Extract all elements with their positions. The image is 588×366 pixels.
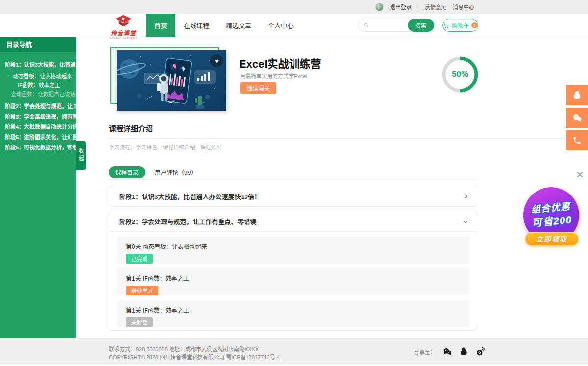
cart-button[interactable]: 购物车 1 bbox=[442, 19, 478, 32]
weibo-share-icon[interactable] bbox=[475, 346, 486, 357]
course-subtitle: 用最简单实用的方式学Excel bbox=[240, 72, 307, 80]
footer-copyright: COPYRIGHT© 2020 四川传音课堂科技有限公司 蜀ICP备170177… bbox=[109, 353, 280, 361]
sidebar-section-5[interactable]: 阶段5：进阶图表美化，让汇报一... bbox=[5, 133, 72, 141]
logo-subtitle: CHUANYINKETANG bbox=[107, 37, 140, 39]
cart-count-badge: 1 bbox=[471, 22, 478, 28]
qq-contact-button[interactable] bbox=[566, 85, 588, 105]
stage-2-accordion: 阶段2：学会处理与规范，让工作有重点、零错误 第0关 动态看板：让表格动起来 已… bbox=[109, 211, 477, 331]
message-center-link[interactable]: 消息中心 bbox=[453, 3, 474, 11]
share-label: 分享至： bbox=[414, 348, 436, 356]
sidebar-title: 目录导航 bbox=[0, 37, 76, 52]
lesson-row[interactable]: 第1关 IF函数：效率之王 继续学习 bbox=[117, 268, 469, 295]
promo-line-2: 可省200 bbox=[531, 213, 572, 229]
continue-course-button[interactable]: 继续闯关 bbox=[240, 82, 276, 94]
nav-item-articles[interactable]: 精选文章 bbox=[218, 14, 260, 37]
check-icon bbox=[7, 73, 9, 78]
wechat-share-icon[interactable] bbox=[442, 347, 452, 357]
feedback-link[interactable]: 反馈意见 bbox=[425, 3, 446, 11]
status-badge-continue[interactable]: 继续学习 bbox=[126, 286, 158, 295]
logout-link[interactable]: 退出登录 bbox=[390, 3, 412, 11]
qq-share-icon[interactable] bbox=[459, 347, 468, 356]
phone-contact-button[interactable] bbox=[566, 130, 588, 150]
chevron-right-icon bbox=[87, 135, 91, 139]
sidebar-lesson-if[interactable]: IF函数：效率之王 bbox=[5, 81, 72, 89]
site-logo[interactable]: 传音课堂 CHUANYINKETANG bbox=[107, 15, 140, 39]
cart-label: 购物车 bbox=[451, 21, 469, 29]
sidebar-section-3[interactable]: 阶段3：学会高级透视，拥有同时... bbox=[5, 112, 72, 120]
sidebar-lesson-dashboard[interactable]: 动态看板：让表格动起来 bbox=[5, 72, 72, 80]
cart-icon bbox=[443, 22, 449, 28]
tab-user-comments[interactable]: 用户评论（99） bbox=[155, 168, 196, 176]
footer: 联系方式：028-0000000 地址：成都市武侯区槐树店南路XXXX COPY… bbox=[0, 338, 588, 364]
detail-heading: 课程详细介绍 bbox=[109, 123, 153, 133]
topbar: 退出登录 反馈意见 消息中心 bbox=[0, 0, 588, 14]
topbar-divider bbox=[418, 4, 418, 10]
qq-icon bbox=[572, 90, 582, 100]
sidebar-section-2[interactable]: 阶段2：学会处理与规范，让工作... bbox=[5, 102, 72, 110]
sidebar-lesson-lookup[interactable]: 查询函数：让数据自己说话 bbox=[5, 90, 72, 98]
search-icon bbox=[363, 22, 369, 28]
detail-description: 学习流程、学习特色、课程详细介绍、课程须知 bbox=[109, 143, 222, 151]
logo-title: 传音课堂 bbox=[107, 28, 140, 37]
wechat-icon bbox=[572, 113, 583, 123]
lesson-row[interactable]: 第0关 动态看板：让表格动起来 已完成 bbox=[117, 237, 469, 264]
divider bbox=[109, 138, 581, 139]
stage-2-header[interactable]: 阶段2：学会处理与规范，让工作有重点、零错误 bbox=[109, 211, 477, 232]
nav-item-home[interactable]: 首页 bbox=[146, 14, 175, 37]
nav-item-courses[interactable]: 在线课程 bbox=[175, 14, 218, 37]
chevron-down-icon bbox=[85, 62, 89, 66]
chevron-right-icon bbox=[87, 104, 91, 108]
phone-icon bbox=[572, 136, 582, 145]
wechat-contact-button[interactable] bbox=[566, 108, 588, 128]
promo-claim-button[interactable]: 立即领取 bbox=[525, 232, 578, 245]
search-input[interactable] bbox=[369, 22, 408, 29]
footer-contact: 联系方式：028-0000000 地址：成都市武侯区槐树店南路XXXX bbox=[109, 345, 259, 353]
stage-1-accordion[interactable]: 阶段1：认识3大技能，比普通人办公速度快10倍！ bbox=[109, 186, 477, 207]
chevron-right-icon bbox=[87, 145, 91, 149]
lesson-row[interactable]: 第1关 IF函数：效率之王 未解锁 bbox=[117, 300, 469, 327]
avatar[interactable] bbox=[375, 3, 384, 11]
contact-floaters bbox=[566, 85, 588, 150]
favorite-button[interactable]: ♥ bbox=[210, 54, 223, 67]
heart-icon: ♥ bbox=[215, 57, 219, 65]
status-badge-completed[interactable]: 已完成 bbox=[126, 254, 153, 264]
chevron-right-icon bbox=[87, 114, 91, 118]
divider bbox=[109, 179, 478, 180]
main-nav: 传音课堂 CHUANYINKETANG 首页 在线课程 精选文章 个人中心 搜索… bbox=[0, 14, 588, 37]
search-button[interactable]: 搜索 bbox=[408, 19, 434, 32]
chevron-right-icon bbox=[87, 124, 91, 128]
tab-course-catalog[interactable]: 课程目录 bbox=[109, 166, 145, 178]
chevron-right-icon bbox=[464, 194, 467, 198]
course-progress-ring: 50% bbox=[441, 55, 480, 94]
logo-icon bbox=[113, 21, 134, 29]
sidebar-section-4[interactable]: 阶段4：大批数据自动统计分析，... bbox=[5, 122, 72, 130]
progress-percent: 50% bbox=[441, 55, 480, 94]
search-box: 搜索 bbox=[358, 19, 434, 32]
chevron-down-icon bbox=[464, 219, 467, 223]
close-icon: ✕ bbox=[576, 170, 584, 180]
sidebar-section-6[interactable]: 阶段6：可视化数据分析，帮老板... bbox=[5, 143, 72, 151]
nav-menu: 首页 在线课程 精选文章 个人中心 bbox=[146, 14, 302, 37]
sidebar-collapse-tab[interactable]: 收起 bbox=[76, 141, 86, 170]
status-badge-locked[interactable]: 未解锁 bbox=[126, 317, 153, 327]
nav-item-profile[interactable]: 个人中心 bbox=[260, 14, 302, 37]
promo-close-button[interactable]: ✕ bbox=[576, 170, 584, 180]
content-tabs: 课程目录 用户评论（99） bbox=[109, 166, 196, 178]
catalog-sidebar: 目录导航 阶段1：认识3大技能，比普通人... 动态看板：让表格动起来 IF函数… bbox=[0, 37, 76, 338]
course-title: Excel实战训练营 bbox=[239, 55, 321, 71]
sidebar-section-1[interactable]: 阶段1：认识3大技能，比普通人... bbox=[5, 60, 72, 68]
